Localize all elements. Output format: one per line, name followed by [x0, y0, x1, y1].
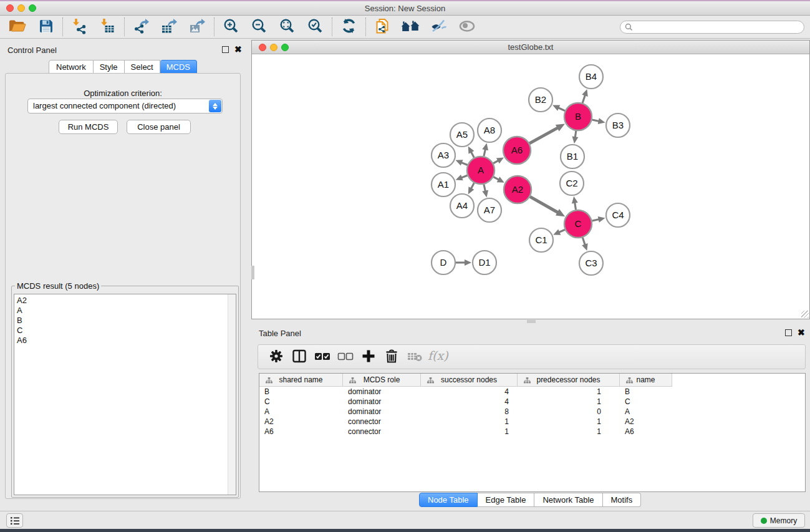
network-minimize-button[interactable]: [270, 44, 277, 51]
select-all-button[interactable]: [311, 347, 334, 367]
open-button[interactable]: [4, 17, 32, 37]
close-window-button[interactable]: [6, 4, 14, 12]
cell-MCDS-role[interactable]: dominator: [343, 397, 421, 407]
cell-MCDS-role[interactable]: connector: [343, 427, 421, 437]
table-row[interactable]: A6connector11A6: [259, 427, 805, 437]
zoom-out-button[interactable]: [245, 17, 273, 37]
edge-A-A2[interactable]: [493, 177, 499, 180]
column-header-name[interactable]: name: [620, 374, 672, 387]
cell-shared-name[interactable]: A2: [259, 417, 343, 427]
zoom-selected-button[interactable]: [301, 17, 329, 37]
mcds-result-list[interactable]: A2ABCA6: [14, 294, 236, 495]
edge-A-A5[interactable]: [471, 152, 474, 158]
mcds-result-item[interactable]: A: [14, 306, 236, 316]
column-header-predecessor-nodes[interactable]: predecessor nodes: [518, 374, 620, 387]
export-table-button[interactable]: [155, 17, 183, 37]
delete-table-button[interactable]: [403, 347, 426, 367]
cell-name[interactable]: A6: [620, 427, 672, 437]
table-row[interactable]: Adominator80A: [259, 407, 805, 417]
export-image-button[interactable]: [183, 17, 211, 37]
column-header-MCDS-role[interactable]: MCDS role: [343, 374, 421, 387]
mcds-result-item[interactable]: A6: [14, 336, 236, 346]
tab-style[interactable]: Style: [94, 60, 125, 74]
home-button[interactable]: [397, 17, 425, 37]
delete-button[interactable]: [380, 347, 403, 367]
network-zoom-button[interactable]: [281, 44, 289, 51]
zoom-window-button[interactable]: [29, 4, 36, 12]
copy-network-button[interactable]: [369, 17, 397, 37]
tab-select[interactable]: Select: [125, 60, 160, 74]
cell-predecessor-nodes[interactable]: 1: [518, 427, 620, 437]
cell-predecessor-nodes[interactable]: 0: [518, 407, 620, 417]
cell-MCDS-role[interactable]: dominator: [343, 387, 421, 397]
cell-predecessor-nodes[interactable]: 1: [518, 397, 620, 407]
cell-shared-name[interactable]: A6: [259, 427, 343, 437]
edge-A2-C[interactable]: [530, 196, 558, 213]
edge-A-A1[interactable]: [461, 175, 467, 178]
close-panel-button[interactable]: Close panel: [127, 120, 191, 134]
cell-shared-name[interactable]: C: [259, 397, 343, 407]
cell-successor-nodes[interactable]: 8: [421, 407, 518, 417]
cell-MCDS-role[interactable]: dominator: [343, 407, 421, 417]
zoom-fit-button[interactable]: [273, 17, 301, 37]
select-none-button[interactable]: [334, 347, 357, 367]
cell-predecessor-nodes[interactable]: 1: [518, 417, 620, 427]
show-details-button[interactable]: [453, 17, 481, 37]
gear-button[interactable]: [264, 347, 287, 367]
column-header-shared-name[interactable]: shared name: [259, 374, 343, 387]
tab-network[interactable]: Network: [49, 60, 94, 74]
edge-A-A4[interactable]: [471, 183, 474, 189]
network-close-button[interactable]: [259, 44, 266, 51]
import-table-button[interactable]: [94, 17, 122, 37]
resize-grip[interactable]: [801, 311, 809, 318]
table-row[interactable]: Bdominator41B: [259, 387, 805, 397]
tab-mcds[interactable]: MCDS: [160, 60, 197, 74]
cell-successor-nodes[interactable]: 1: [421, 417, 518, 427]
cell-predecessor-nodes[interactable]: 1: [518, 387, 620, 397]
export-network-button[interactable]: [127, 17, 155, 37]
edge-B-B3[interactable]: [592, 120, 599, 122]
edge-B-B1[interactable]: [575, 131, 576, 138]
tab-edge-table[interactable]: Edge Table: [478, 493, 535, 507]
titlebar[interactable]: Session: New Session: [0, 1, 810, 16]
mcds-result-item[interactable]: B: [14, 316, 236, 326]
table-panel-float-button[interactable]: [785, 329, 792, 336]
table-row[interactable]: A2connector11A2: [259, 417, 805, 427]
cell-name[interactable]: A2: [620, 417, 672, 427]
tab-node-table[interactable]: Node Table: [419, 493, 478, 507]
zoom-in-button[interactable]: [217, 17, 245, 37]
fx-button[interactable]: f(x): [426, 347, 449, 367]
cell-successor-nodes[interactable]: 4: [421, 387, 518, 397]
control-panel-float-button[interactable]: [222, 46, 229, 53]
cell-name[interactable]: B: [620, 387, 672, 397]
edge-A-A8[interactable]: [484, 149, 486, 157]
network-window-titlebar[interactable]: testGlobe.txt: [252, 41, 809, 54]
refresh-button[interactable]: [335, 17, 363, 37]
edge-C-C3[interactable]: [582, 238, 585, 245]
network-vscroll-thumb[interactable]: [251, 266, 254, 279]
control-panel-close-button[interactable]: ✖: [234, 46, 242, 53]
cell-name[interactable]: C: [620, 397, 672, 407]
edge-B-B4[interactable]: [582, 95, 585, 103]
edge-A6-B[interactable]: [529, 128, 558, 143]
cell-successor-nodes[interactable]: 1: [421, 427, 518, 437]
search-input[interactable]: [620, 21, 804, 34]
save-button[interactable]: [32, 17, 60, 37]
task-history-button[interactable]: [6, 513, 23, 528]
mcds-result-item[interactable]: A2: [14, 296, 236, 306]
edge-C-C4[interactable]: [592, 220, 599, 221]
network-canvas[interactable]: AA1A2A3A4A5A6A7A8BB1B2B3B4CC1C2C3C4DD1: [252, 55, 809, 319]
table-panel-close-button[interactable]: ✖: [798, 329, 805, 336]
edge-A-A7[interactable]: [484, 184, 486, 191]
cell-name[interactable]: A: [620, 407, 672, 417]
tab-motifs[interactable]: Motifs: [603, 493, 642, 507]
cell-shared-name[interactable]: B: [259, 387, 343, 397]
mcds-result-item[interactable]: C: [14, 326, 236, 336]
edge-C-C2[interactable]: [575, 202, 576, 210]
memory-button[interactable]: Memory: [753, 513, 805, 528]
split-columns-button[interactable]: [287, 347, 311, 367]
tab-network-table[interactable]: Network Table: [534, 493, 602, 507]
add-button[interactable]: [357, 347, 380, 367]
column-header-successor-nodes[interactable]: successor nodes: [421, 374, 518, 387]
table-row[interactable]: Cdominator41C: [259, 397, 805, 407]
